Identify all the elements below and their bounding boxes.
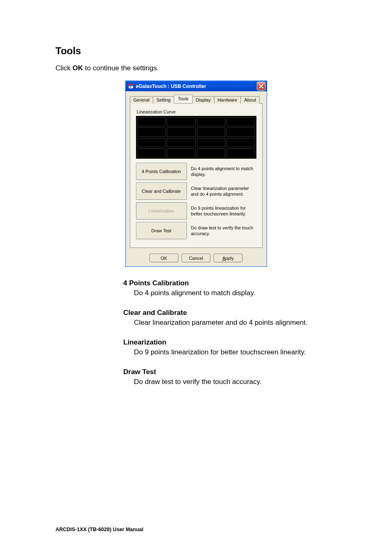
curve-cell	[226, 148, 255, 157]
apply-button[interactable]: Apply	[214, 254, 242, 262]
curve-cell	[167, 117, 196, 126]
curve-cell	[137, 138, 166, 147]
explain-title-linearization: Linearization	[123, 338, 337, 347]
cancel-button[interactable]: Cancel	[182, 254, 210, 262]
linearization-desc: Do 9 points linearization for better tou…	[187, 202, 256, 220]
curve-cell	[137, 127, 166, 136]
intro-text-pre: Click	[55, 64, 73, 72]
curve-cell	[167, 138, 196, 147]
four-points-calibration-desc: Do 4 points alignment to match display.	[187, 163, 256, 180]
tab-hardware[interactable]: Hardware	[214, 96, 241, 104]
clear-and-calibrate-desc: Clear linearization parameter and do 4 p…	[187, 183, 256, 200]
curve-cell	[197, 138, 226, 147]
ok-button[interactable]: OK	[150, 254, 178, 262]
curve-cell	[197, 117, 226, 126]
explain-desc-drawtest: Do draw test to verify the touch accurac…	[134, 378, 337, 386]
curve-cell	[137, 117, 166, 126]
linearization-button: Linearization	[136, 202, 187, 220]
curve-cell	[226, 138, 255, 147]
tab-display[interactable]: Display	[192, 96, 214, 104]
dialog-window: eGalaxTouch : USB Controller General Set…	[125, 81, 267, 267]
draw-test-button[interactable]: Draw Test	[136, 222, 187, 239]
apply-mnemonic: A	[222, 256, 225, 261]
curve-cell	[167, 127, 196, 136]
apply-rest: pply	[226, 256, 234, 261]
tab-general[interactable]: General	[130, 96, 153, 104]
dialog-title: eGalaxTouch : USB Controller	[136, 83, 257, 89]
curve-cell	[137, 148, 166, 157]
tab-setting[interactable]: Setting	[153, 96, 174, 104]
clear-and-calibrate-button[interactable]: Clear and Calibrate	[136, 183, 187, 200]
curve-cell	[197, 148, 226, 157]
curve-cell	[226, 117, 255, 126]
tab-about[interactable]: About	[240, 96, 260, 104]
explain-desc-4points: Do 4 points alignment to match display.	[134, 289, 337, 297]
curve-cell	[197, 127, 226, 136]
four-points-calibration-button[interactable]: 4 Points Calibration	[136, 163, 187, 180]
curve-cell	[226, 127, 255, 136]
draw-test-desc: Do draw test to verify the touch accurac…	[187, 222, 256, 239]
intro-ok-bold: OK	[73, 64, 83, 72]
tab-tools[interactable]: Tools	[174, 95, 193, 103]
intro-paragraph: Click OK to continue the settings.	[55, 64, 337, 72]
explain-title-clear: Clear and Calibrate	[123, 309, 337, 317]
intro-text-post: to continue the settings.	[83, 64, 159, 72]
curve-cell	[167, 148, 196, 157]
explain-desc-linearization: Do 9 points linearization for better tou…	[134, 348, 337, 356]
section-heading: Tools	[55, 45, 337, 57]
page-footer: ARCDIS-1XX (TB-6028) User Manual	[55, 527, 143, 532]
explain-title-4points: 4 Points Calibration	[123, 279, 337, 287]
linearization-curve-grid	[136, 116, 256, 159]
explain-desc-clear: Clear linearization parameter and do 4 p…	[134, 319, 337, 327]
app-icon	[128, 83, 134, 89]
close-button[interactable]	[257, 82, 265, 90]
linearization-curve-label: Linearization Curve	[137, 109, 257, 114]
explain-title-drawtest: Draw Test	[123, 368, 337, 376]
dialog-titlebar[interactable]: eGalaxTouch : USB Controller	[126, 81, 267, 91]
